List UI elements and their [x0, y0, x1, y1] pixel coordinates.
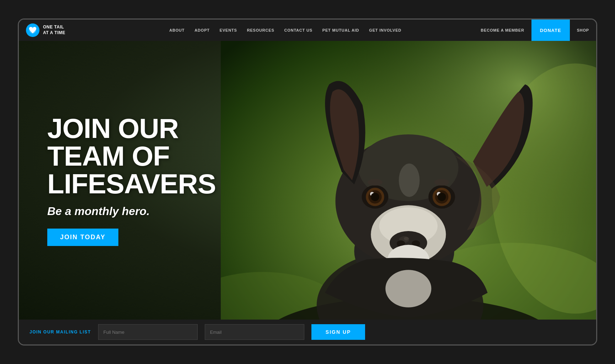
join-today-button[interactable]: JOIN TODAY	[47, 229, 118, 246]
nav-pet-mutual-aid[interactable]: PET MUTUAL AID	[322, 28, 359, 32]
hero-section: JOIN OUR TEAM OF LIFESAVERS Be a monthly…	[19, 41, 596, 320]
navbar: ONE TAIL AT A TIME ABOUT ADOPT EVENTS RE…	[19, 20, 596, 41]
hero-title: JOIN OUR TEAM OF LIFESAVERS	[47, 114, 216, 198]
logo-text: ONE TAIL AT A TIME	[43, 25, 65, 36]
dog-image-area	[221, 41, 596, 320]
nav-get-involved[interactable]: GET INVOLVED	[369, 28, 401, 32]
donate-button[interactable]: DONATE	[531, 20, 570, 41]
svg-point-32	[368, 179, 383, 186]
nav-resources[interactable]: RESOURCES	[247, 28, 274, 32]
nav-links: ABOUT ADOPT EVENTS RESOURCES CONTACT US …	[97, 28, 474, 32]
hero-subtitle: Be a monthly hero.	[47, 205, 216, 218]
dog-svg	[221, 41, 596, 320]
hero-content: JOIN OUR TEAM OF LIFESAVERS Be a monthly…	[47, 114, 216, 246]
svg-point-34	[399, 164, 420, 197]
nav-adopt[interactable]: ADOPT	[194, 28, 210, 32]
nav-right: BECOME A MEMBER DONATE SHOP	[474, 20, 596, 41]
svg-point-33	[434, 179, 449, 186]
svg-point-20	[404, 237, 409, 240]
become-member-link[interactable]: BECOME A MEMBER	[474, 28, 531, 32]
nav-about[interactable]: ABOUT	[169, 28, 184, 32]
shop-link[interactable]: SHOP	[570, 20, 596, 41]
email-input[interactable]	[205, 324, 304, 340]
bottom-bar: JOIN OUR MAILING LIST SIGN UP	[19, 320, 596, 344]
sign-up-button[interactable]: SIGN UP	[311, 324, 365, 340]
nav-contact[interactable]: CONTACT US	[284, 28, 312, 32]
logo-heart-icon	[26, 23, 39, 37]
svg-point-26	[371, 193, 379, 201]
svg-point-31	[438, 193, 446, 201]
nav-events[interactable]: EVENTS	[220, 28, 237, 32]
logo-area[interactable]: ONE TAIL AT A TIME	[19, 23, 97, 37]
svg-point-35	[386, 270, 432, 307]
full-name-input[interactable]	[98, 324, 198, 340]
mailing-list-label: JOIN OUR MAILING LIST	[30, 330, 91, 334]
screen-wrapper: ONE TAIL AT A TIME ABOUT ADOPT EVENTS RE…	[18, 18, 597, 346]
heart-svg	[29, 26, 37, 34]
